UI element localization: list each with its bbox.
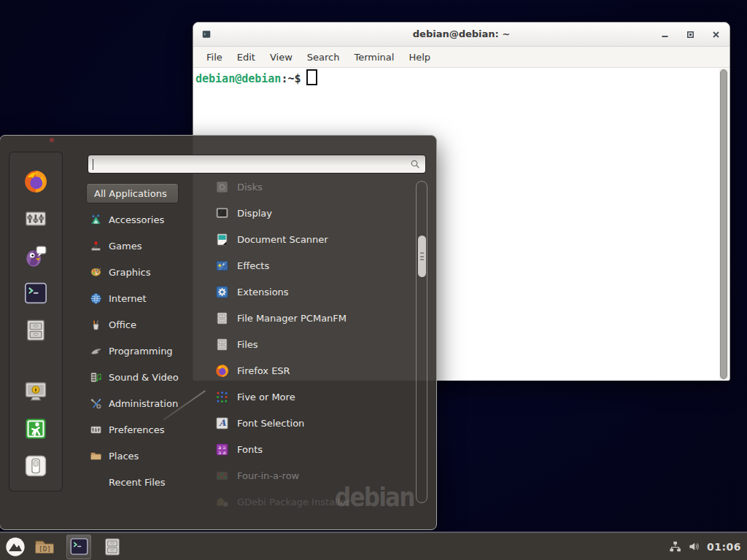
minimize-button[interactable]	[661, 31, 668, 38]
app-label: Extensions	[237, 287, 289, 298]
menubar-item-file[interactable]: File	[199, 49, 230, 66]
app-display[interactable]: Display	[208, 200, 412, 226]
document-scanner-icon	[215, 233, 229, 246]
taskbar-launchers: [D]	[0, 533, 124, 560]
taskbar-menu-button[interactable]	[4, 535, 27, 559]
taskbar: [D] 01:06	[0, 532, 747, 560]
app-firefox-esr[interactable]: Firefox ESR	[208, 357, 412, 384]
app-extensions[interactable]: Extensions	[208, 279, 412, 305]
category-accessories[interactable]: Accessories	[86, 206, 199, 233]
all-applications-label: All Applications	[94, 188, 167, 199]
terminal-icon	[23, 281, 48, 306]
four-in-a-row-icon	[215, 469, 229, 483]
app-font-selection[interactable]: AFont Selection	[208, 410, 412, 436]
favorite-control-panel[interactable]	[23, 206, 48, 231]
menu-icon	[4, 536, 26, 558]
category-games[interactable]: Games	[86, 233, 199, 259]
fonts-icon: aaaa	[215, 443, 229, 456]
category-label: Office	[109, 319, 136, 330]
category-label: Games	[109, 241, 142, 252]
app-document-scanner[interactable]: Document Scanner	[208, 226, 412, 252]
administration-icon	[90, 397, 102, 410]
favorite-logout[interactable]	[23, 416, 48, 441]
app-label: GDebi Package Installer	[237, 497, 350, 508]
category-label: Internet	[109, 293, 147, 304]
menubar-item-terminal[interactable]: Terminal	[347, 49, 401, 66]
category-administration[interactable]: Administration	[86, 390, 199, 416]
terminal-prompt: debian@debian:~$	[196, 69, 317, 85]
app-label: Files	[237, 339, 258, 350]
terminal-scrollbar[interactable]	[719, 69, 729, 380]
favorite-terminal[interactable]	[23, 281, 48, 306]
svg-text:a: a	[222, 449, 225, 455]
taskbar-show-desktop-button[interactable]: [D]	[33, 535, 56, 559]
scrollbar-grip-dots	[420, 252, 424, 260]
preferences-icon	[90, 424, 102, 436]
app-disks[interactable]: Disks	[208, 174, 412, 200]
svg-text:A: A	[218, 418, 226, 428]
favorite-file-manager[interactable]	[23, 318, 48, 343]
category-preferences[interactable]: Preferences	[86, 416, 199, 443]
menu-search-box[interactable]	[88, 155, 426, 174]
extensions-icon	[215, 285, 229, 299]
category-graphics[interactable]: Graphics	[86, 259, 199, 285]
app-files[interactable]: Files	[208, 331, 412, 357]
category-label: Graphics	[109, 267, 150, 278]
maximize-button[interactable]	[686, 31, 694, 38]
terminal-scrollbar-handle[interactable]	[720, 69, 727, 379]
taskbar-clock[interactable]: 01:06	[707, 541, 741, 553]
prompt-user-host: debian@debian	[196, 72, 281, 85]
app-label: Document Scanner	[237, 234, 328, 245]
logout-icon	[23, 416, 48, 441]
lock-screen-icon	[23, 379, 48, 404]
category-icon-spacer	[90, 476, 102, 489]
prompt-path: :~$	[281, 72, 301, 85]
font-selection-icon: A	[215, 416, 229, 430]
category-all-applications[interactable]: All Applications	[86, 183, 179, 203]
menu-categories-list: AccessoriesGamesGraphicsInternetOfficePr…	[86, 206, 199, 495]
app-label: Fonts	[237, 444, 263, 455]
app-four-in-a-row[interactable]: Four-in-a-row	[208, 462, 412, 489]
category-internet[interactable]: Internet	[86, 285, 199, 311]
menu-scrollbar-handle[interactable]	[418, 236, 426, 277]
files-icon	[215, 338, 229, 351]
menu-scrollbar[interactable]	[416, 181, 427, 503]
favorite-lock-screen[interactable]	[23, 379, 48, 404]
close-button[interactable]	[712, 31, 719, 38]
programming-icon	[90, 345, 102, 357]
network-icon[interactable]	[669, 540, 681, 553]
app-gdebi-package-installer[interactable]: GDebi Package Installer	[208, 489, 412, 515]
menubar-item-help[interactable]: Help	[401, 49, 438, 66]
favorite-shutdown[interactable]	[23, 454, 48, 478]
menubar-item-edit[interactable]: Edit	[230, 49, 263, 66]
application-menu: debian All Applications AccessoriesGames…	[0, 135, 437, 530]
svg-text:a: a	[218, 449, 221, 455]
search-input[interactable]	[93, 155, 409, 174]
app-fonts[interactable]: aaaaFonts	[208, 436, 412, 462]
favorite-pidgin[interactable]	[23, 244, 48, 268]
menubar-item-search[interactable]: Search	[300, 49, 347, 66]
taskbar-files-button[interactable]	[101, 535, 124, 559]
firefox-icon	[215, 364, 229, 378]
app-five-or-more[interactable]: Five or More	[208, 384, 412, 410]
terminal-titlebar[interactable]: debian@debian: ~	[193, 23, 729, 47]
taskbar-terminal-button[interactable]	[66, 534, 91, 559]
app-file-manager-pcmanfm[interactable]: File Manager PCManFM	[208, 305, 412, 331]
internet-icon	[90, 292, 102, 305]
category-places[interactable]: Places	[86, 443, 199, 469]
volume-icon[interactable]	[688, 540, 700, 553]
category-programming[interactable]: Programming	[86, 338, 199, 364]
app-label: Four-in-a-row	[237, 470, 299, 481]
category-label: Recent Files	[109, 477, 166, 488]
desktop[interactable]: debian@debian: ~ FileEditViewSearchTermi…	[0, 0, 747, 560]
app-effects[interactable]: Effects	[208, 252, 412, 279]
category-recent-files[interactable]: Recent Files	[86, 469, 199, 495]
category-sound-video[interactable]: Sound & Video	[86, 364, 199, 390]
five-or-more-icon	[215, 390, 229, 404]
favorite-firefox[interactable]	[23, 169, 48, 194]
terminal-icon	[69, 537, 89, 556]
menubar-item-view[interactable]: View	[263, 49, 300, 66]
gdebi-icon	[215, 495, 229, 509]
category-office[interactable]: Office	[86, 311, 199, 338]
files-icon	[102, 537, 123, 557]
